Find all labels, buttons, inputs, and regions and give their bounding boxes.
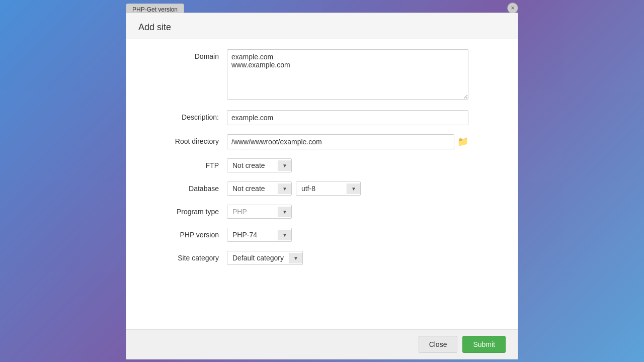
site-category-control: Default category ▼ — [227, 251, 468, 265]
program-type-select[interactable]: PHP ▼ — [227, 205, 292, 219]
database-label: Database — [146, 182, 227, 193]
encoding-select-value: utf-8 — [296, 182, 347, 195]
database-dropdown-arrow[interactable]: ▼ — [278, 184, 291, 194]
dialog-body: Domain <span class="domain-text-1">examp… — [126, 39, 518, 329]
site-category-row: Site category Default category ▼ — [146, 251, 498, 265]
domain-textarea[interactable]: <span class="domain-text-1">example.com<… — [227, 49, 468, 100]
description-label: Description: — [146, 110, 227, 121]
php-version-dropdown-arrow[interactable]: ▼ — [278, 230, 291, 240]
database-select[interactable]: Not create ▼ — [227, 182, 292, 196]
folder-icon[interactable]: 📁 — [457, 136, 468, 147]
php-version-label: PHP version — [146, 228, 227, 239]
program-type-control: PHP ▼ — [227, 205, 468, 219]
root-directory-control: 📁 — [227, 134, 468, 149]
root-directory-row: Root directory 📁 — [146, 134, 498, 149]
ftp-dropdown-arrow[interactable]: ▼ — [278, 160, 291, 171]
site-category-select[interactable]: Default category ▼ — [227, 251, 303, 265]
php-version-select-value: PHP-74 — [227, 228, 278, 241]
root-directory-input-group: 📁 — [227, 134, 468, 149]
program-type-select-value: PHP — [227, 205, 278, 218]
dialog-title: Add site — [126, 13, 518, 39]
add-site-dialog: Add site Domain <span class="domain-text… — [126, 13, 518, 359]
program-type-label: Program type — [146, 205, 227, 216]
domain-control: <span class="domain-text-1">example.com<… — [227, 49, 468, 101]
database-select-value: Not create — [227, 182, 278, 195]
database-control: Not create ▼ utf-8 ▼ — [227, 182, 468, 196]
site-category-select-value: Default category — [227, 251, 289, 264]
encoding-select[interactable]: utf-8 ▼ — [296, 182, 361, 196]
ftp-label: FTP — [146, 158, 227, 169]
domain-label: Domain — [146, 49, 227, 60]
domain-row: Domain <span class="domain-text-1">examp… — [146, 49, 498, 101]
submit-button[interactable]: Submit — [462, 336, 506, 353]
program-type-dropdown-arrow[interactable]: ▼ — [278, 207, 291, 217]
site-category-dropdown-arrow[interactable]: ▼ — [289, 253, 302, 263]
description-input[interactable] — [227, 110, 468, 125]
root-directory-label: Root directory — [146, 134, 227, 145]
php-version-select[interactable]: PHP-74 ▼ — [227, 228, 292, 242]
dialog-close-circle[interactable]: × — [507, 3, 518, 14]
root-directory-input[interactable] — [227, 134, 454, 149]
description-control — [227, 110, 468, 125]
site-category-label: Site category — [146, 251, 227, 262]
ftp-select-value: Not create — [227, 159, 278, 172]
encoding-dropdown-arrow[interactable]: ▼ — [347, 184, 360, 194]
ftp-row: FTP Not create ▼ — [146, 158, 498, 172]
program-type-row: Program type PHP ▼ — [146, 205, 498, 219]
ftp-select[interactable]: Not create ▼ — [227, 158, 292, 172]
description-row: Description: — [146, 110, 498, 125]
dialog-footer: Close Submit — [126, 329, 518, 359]
database-row: Database Not create ▼ utf-8 ▼ — [146, 182, 498, 196]
php-version-control: PHP-74 ▼ — [227, 228, 468, 242]
php-version-row: PHP version PHP-74 ▼ — [146, 228, 498, 242]
database-select-group: Not create ▼ utf-8 ▼ — [227, 182, 468, 196]
ftp-control: Not create ▼ — [227, 158, 468, 172]
close-button[interactable]: Close — [419, 336, 458, 353]
